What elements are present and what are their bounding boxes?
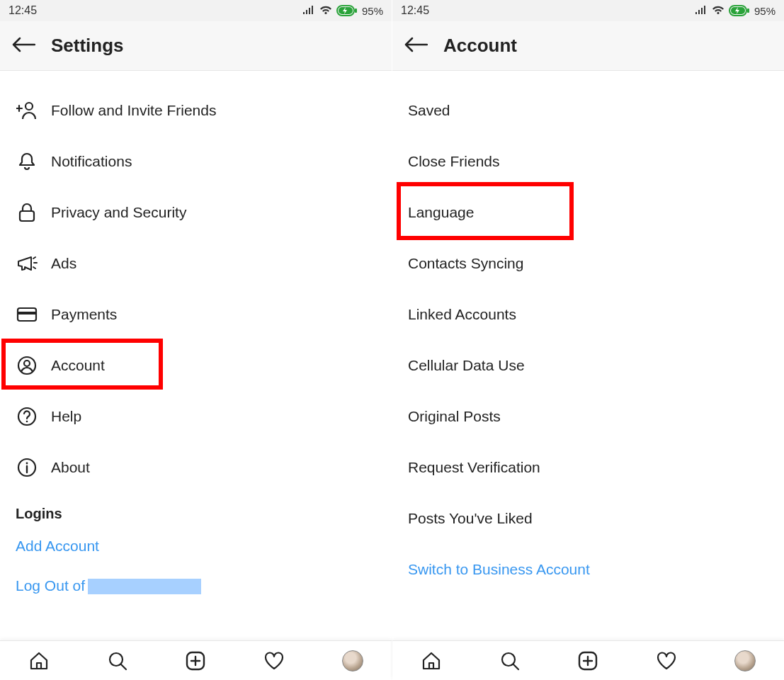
logout-link[interactable]: Log Out of bbox=[0, 565, 392, 604]
settings-item-privacy[interactable]: Privacy and Security bbox=[0, 187, 392, 238]
switch-business-label: Switch to Business Account bbox=[408, 561, 590, 578]
settings-item-payments[interactable]: Payments bbox=[0, 289, 392, 340]
heart-icon bbox=[656, 651, 677, 671]
svg-point-10 bbox=[26, 421, 28, 423]
back-button[interactable] bbox=[404, 36, 428, 56]
user-circle-icon bbox=[17, 356, 37, 375]
settings-item-ads[interactable]: Ads bbox=[0, 238, 392, 289]
status-bar: 12:45 95% bbox=[392, 0, 784, 21]
logout-text: Log Out of bbox=[16, 577, 85, 594]
heart-icon bbox=[263, 651, 285, 671]
settings-list: Follow and Invite Friends Notifications … bbox=[0, 71, 392, 640]
status-time: 12:45 bbox=[401, 4, 429, 17]
settings-item-follow-invite[interactable]: Follow and Invite Friends bbox=[0, 85, 392, 136]
nav-search[interactable] bbox=[497, 648, 523, 674]
plus-square-icon bbox=[577, 650, 598, 672]
account-list: Saved Close Friends Language Contacts Sy… bbox=[392, 71, 784, 640]
plus-square-icon bbox=[185, 650, 206, 672]
battery-percent: 95% bbox=[754, 5, 776, 17]
battery-percent: 95% bbox=[362, 5, 383, 17]
svg-point-12 bbox=[26, 463, 28, 465]
account-item-saved[interactable]: Saved bbox=[392, 85, 784, 136]
nav-activity[interactable] bbox=[261, 648, 287, 674]
account-item-language[interactable]: Language bbox=[392, 187, 784, 238]
account-item-posts-liked[interactable]: Posts You've Liked bbox=[392, 493, 784, 544]
section-logins: Logins bbox=[0, 493, 392, 528]
battery-icon bbox=[336, 5, 358, 16]
account-item-original-posts[interactable]: Original Posts bbox=[392, 391, 784, 442]
status-time: 12:45 bbox=[8, 4, 37, 17]
nav-profile[interactable] bbox=[340, 648, 365, 674]
home-icon bbox=[421, 650, 442, 672]
avatar-icon bbox=[734, 650, 756, 672]
nav-profile[interactable] bbox=[732, 648, 758, 674]
account-item-request-verification[interactable]: Request Verification bbox=[392, 442, 784, 493]
account-item-close-friends[interactable]: Close Friends bbox=[392, 136, 784, 187]
arrow-left-icon bbox=[11, 36, 35, 53]
nav-add[interactable] bbox=[183, 648, 208, 674]
arrow-left-icon bbox=[404, 36, 428, 53]
settings-item-account[interactable]: Account bbox=[0, 340, 392, 391]
settings-item-label: Notifications bbox=[51, 153, 132, 170]
phone-account: 12:45 95% Account Saved Close Friends La… bbox=[392, 0, 784, 680]
account-item-label: Close Friends bbox=[408, 153, 500, 170]
account-item-label: Posts You've Liked bbox=[408, 510, 533, 527]
nav-home[interactable] bbox=[26, 648, 52, 674]
nav-add[interactable] bbox=[575, 648, 601, 674]
bottom-nav bbox=[392, 640, 784, 680]
settings-item-label: Privacy and Security bbox=[51, 204, 186, 221]
info-icon bbox=[17, 458, 37, 477]
avatar-icon bbox=[342, 650, 363, 672]
card-icon bbox=[16, 307, 38, 322]
signal-icon bbox=[302, 6, 315, 16]
lock-icon bbox=[18, 203, 36, 222]
account-item-linked-accounts[interactable]: Linked Accounts bbox=[392, 289, 784, 340]
status-bar: 12:45 95% bbox=[0, 0, 392, 21]
header: Account bbox=[392, 21, 784, 71]
settings-item-label: Help bbox=[51, 408, 81, 425]
help-icon bbox=[17, 407, 37, 426]
settings-item-label: Follow and Invite Friends bbox=[51, 102, 216, 119]
settings-item-label: Payments bbox=[51, 306, 117, 323]
svg-point-8 bbox=[24, 361, 30, 366]
account-item-cellular-data[interactable]: Cellular Data Use bbox=[392, 340, 784, 391]
settings-item-help[interactable]: Help bbox=[0, 391, 392, 442]
bell-icon bbox=[17, 152, 37, 171]
header: Settings bbox=[0, 21, 392, 71]
add-account-link[interactable]: Add Account bbox=[0, 528, 392, 565]
nav-activity[interactable] bbox=[654, 648, 679, 674]
status-right: 95% bbox=[302, 5, 383, 17]
wifi-icon bbox=[712, 6, 725, 16]
account-item-label: Request Verification bbox=[408, 459, 540, 476]
megaphone-icon bbox=[16, 254, 38, 273]
add-user-icon bbox=[16, 101, 38, 120]
search-icon bbox=[499, 650, 521, 672]
account-item-label: Original Posts bbox=[408, 408, 501, 425]
settings-item-label: Ads bbox=[51, 255, 76, 272]
settings-item-label: Account bbox=[51, 357, 105, 374]
svg-rect-4 bbox=[20, 211, 34, 221]
wifi-icon bbox=[319, 6, 332, 16]
svg-rect-2 bbox=[355, 8, 357, 13]
settings-item-about[interactable]: About bbox=[0, 442, 392, 493]
phone-settings: 12:45 95% Settings Follow and Invite Fri… bbox=[0, 0, 392, 680]
redacted-username bbox=[88, 579, 201, 594]
nav-home[interactable] bbox=[419, 648, 444, 674]
switch-business-link[interactable]: Switch to Business Account bbox=[392, 544, 784, 595]
account-item-label: Cellular Data Use bbox=[408, 357, 525, 374]
account-item-label: Saved bbox=[408, 102, 450, 119]
back-button[interactable] bbox=[11, 36, 35, 56]
account-item-label: Linked Accounts bbox=[408, 306, 516, 323]
settings-item-notifications[interactable]: Notifications bbox=[0, 136, 392, 187]
home-icon bbox=[28, 650, 50, 672]
account-item-label: Language bbox=[408, 204, 474, 221]
settings-item-label: About bbox=[51, 459, 90, 476]
svg-rect-6 bbox=[18, 312, 36, 314]
account-item-contacts-syncing[interactable]: Contacts Syncing bbox=[392, 238, 784, 289]
svg-rect-17 bbox=[747, 8, 749, 13]
page-title: Settings bbox=[51, 35, 124, 57]
page-title: Account bbox=[443, 35, 517, 57]
svg-point-3 bbox=[25, 103, 33, 110]
signal-icon bbox=[695, 6, 708, 16]
nav-search[interactable] bbox=[105, 648, 130, 674]
